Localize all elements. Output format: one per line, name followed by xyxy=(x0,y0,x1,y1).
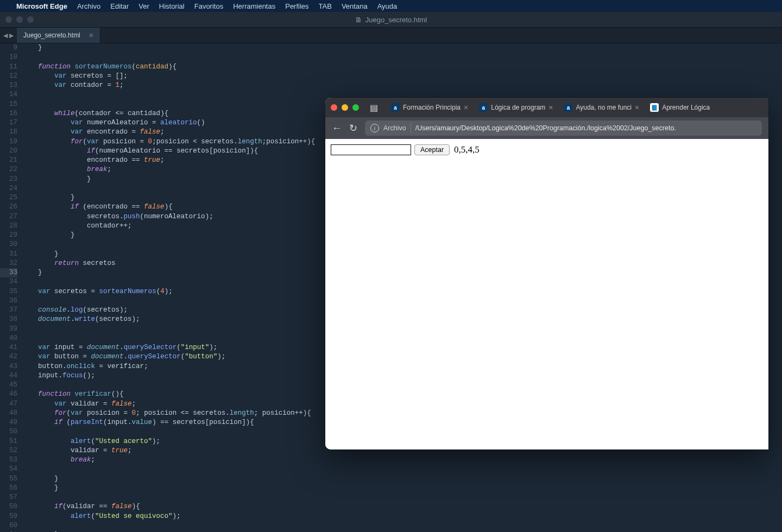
page-text-input[interactable] xyxy=(331,144,411,155)
tab-close-icon[interactable]: × xyxy=(464,103,468,112)
info-icon[interactable]: i xyxy=(370,124,379,132)
address-url: /Users/amaury/Desktop/Logica%20de%20Prog… xyxy=(415,124,676,132)
menu-editar[interactable]: Editar xyxy=(110,2,129,10)
editor-traffic-lights xyxy=(0,16,34,23)
browser-viewport: Aceptar 0,5,4,5 xyxy=(325,139,768,449)
address-scheme: Archivo xyxy=(383,124,406,132)
menu-herramientas[interactable]: Herramientas xyxy=(233,2,275,10)
browser-tab-label: Lógica de program xyxy=(491,104,545,111)
menu-favoritos[interactable]: Favoritos xyxy=(194,2,223,10)
editor-max-dot[interactable] xyxy=(27,16,34,23)
browser-tab-label: Aprender Lógica xyxy=(662,104,710,111)
page-accept-button[interactable]: Aceptar xyxy=(414,144,450,155)
menu-perfiles[interactable]: Perfiles xyxy=(285,2,308,10)
favicon-icon: 📘 xyxy=(650,103,659,112)
browser-max-dot[interactable] xyxy=(352,104,359,111)
menu-historial[interactable]: Historial xyxy=(159,2,185,10)
file-icon: 🗎 xyxy=(355,16,362,24)
browser-tab[interactable]: aLógica de program× xyxy=(475,101,557,114)
browser-tab-label: Formación Principia xyxy=(403,104,461,111)
editor-tab[interactable]: Juego_secreto.html × xyxy=(17,28,100,43)
browser-traffic-lights xyxy=(331,104,359,111)
menu-ventana[interactable]: Ventana xyxy=(342,2,368,10)
browser-window: ▤ aFormación Principia×aLógica de progra… xyxy=(325,98,768,449)
editor-tabbar: ◀ ▶ Juego_secreto.html × xyxy=(0,27,782,43)
browser-tab[interactable]: aFormación Principia× xyxy=(387,101,472,114)
macos-menubar: Microsoft Edge Archivo Editar Ver Histor… xyxy=(0,0,782,12)
refresh-icon[interactable]: ↻ xyxy=(349,122,357,134)
line-gutter: 9101112131415161718192021222324252627282… xyxy=(0,43,22,532)
favicon-icon: a xyxy=(479,103,488,112)
browser-min-dot[interactable] xyxy=(342,104,348,111)
browser-tab-label: Ayuda, no me funci xyxy=(576,104,632,111)
address-sep xyxy=(411,123,411,133)
app-name[interactable]: Microsoft Edge xyxy=(16,2,67,10)
browser-tab[interactable]: 📘Aprender Lógica xyxy=(646,101,714,114)
tab-close-icon[interactable]: × xyxy=(548,103,553,112)
tab-close-icon[interactable]: × xyxy=(89,31,93,40)
browser-toolbar: ← ↻ i Archivo /Users/amaury/Desktop/Logi… xyxy=(325,117,768,139)
menu-ayuda[interactable]: Ayuda xyxy=(377,2,398,10)
editor-close-dot[interactable] xyxy=(5,16,12,23)
address-bar[interactable]: i Archivo /Users/amaury/Desktop/Logica%2… xyxy=(365,121,762,136)
tab-nav-arrows[interactable]: ◀ ▶ xyxy=(0,28,17,43)
back-icon[interactable]: ← xyxy=(332,123,342,134)
tab-close-icon[interactable]: × xyxy=(635,103,639,112)
browser-close-dot[interactable] xyxy=(331,104,337,111)
editor-min-dot[interactable] xyxy=(16,16,23,23)
window-title: Juego_secreto.html xyxy=(365,16,427,24)
favicon-icon: a xyxy=(391,103,400,112)
menu-ver[interactable]: Ver xyxy=(138,2,149,10)
editor-titlebar: 🗎 Juego_secreto.html xyxy=(0,12,782,27)
browser-tab-strip: ▤ aFormación Principia×aLógica de progra… xyxy=(325,98,768,117)
tab-label: Juego_secreto.html xyxy=(23,31,80,39)
favicon-icon: a xyxy=(564,103,572,112)
browser-sidebar-icon[interactable]: ▤ xyxy=(370,103,378,113)
menu-tab[interactable]: TAB xyxy=(319,2,332,10)
page-output-text: 0,5,4,5 xyxy=(454,144,480,155)
browser-tab[interactable]: aAyuda, no me funci× xyxy=(559,101,644,114)
menu-archivo[interactable]: Archivo xyxy=(77,2,100,10)
